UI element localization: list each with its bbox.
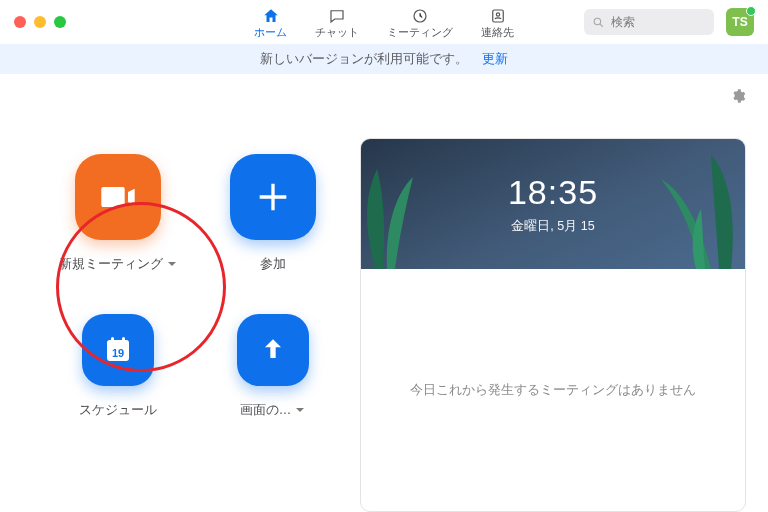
avatar-initials: TS — [732, 15, 747, 29]
schedule-button[interactable]: 19 — [82, 314, 154, 386]
minimize-window-button[interactable] — [34, 16, 46, 28]
update-message: 新しいバージョンが利用可能です。 — [260, 51, 468, 68]
fullscreen-window-button[interactable] — [54, 16, 66, 28]
new-meeting-button[interactable] — [75, 154, 161, 240]
schedule-label: スケジュール — [79, 402, 157, 419]
close-window-button[interactable] — [14, 16, 26, 28]
share-label-row[interactable]: 画面の… — [240, 402, 306, 419]
tab-chat[interactable]: チャット — [315, 0, 359, 44]
main-content: 新規ミーティング 参加 19 スケジュール — [0, 74, 768, 512]
share-label: 画面の… — [240, 402, 292, 419]
search-input[interactable]: 検索 — [584, 9, 714, 35]
search-icon — [592, 16, 605, 29]
chevron-down-icon — [295, 404, 305, 418]
clock-time: 18:35 — [508, 173, 598, 212]
svg-rect-5 — [107, 340, 129, 347]
tile-schedule: 19 スケジュール — [40, 314, 195, 454]
svg-rect-7 — [122, 337, 125, 343]
titlebar: ホーム チャット ミーティング 連絡先 検索 TS — [0, 0, 768, 44]
plant-decoration-right — [641, 149, 746, 269]
tile-join: 参加 — [195, 154, 350, 314]
chat-icon — [328, 7, 346, 25]
calendar-day-text: 19 — [111, 347, 123, 359]
plant-decoration-left — [360, 159, 435, 269]
tab-label: ミーティング — [387, 25, 453, 40]
clock-icon — [411, 7, 429, 25]
calendar-icon: 19 — [102, 334, 134, 366]
tab-contacts[interactable]: 連絡先 — [481, 0, 514, 44]
svg-point-2 — [496, 12, 499, 15]
tile-new-meeting: 新規ミーティング — [40, 154, 195, 314]
tab-home[interactable]: ホーム — [254, 0, 287, 44]
new-meeting-label-row[interactable]: 新規ミーティング — [59, 256, 177, 273]
tab-label: ホーム — [254, 25, 287, 40]
plus-icon — [253, 177, 293, 217]
nav-tabs: ホーム チャット ミーティング 連絡先 — [254, 0, 514, 44]
clock-date: 金曜日, 5月 15 — [511, 218, 594, 235]
upcoming-empty-text: 今日これから発生するミーティングはありません — [410, 382, 696, 399]
tab-label: チャット — [315, 25, 359, 40]
window-controls — [14, 16, 66, 28]
search-placeholder: 検索 — [611, 14, 635, 31]
new-meeting-label: 新規ミーティング — [59, 256, 163, 273]
action-grid: 新規ミーティング 参加 19 スケジュール — [40, 154, 350, 512]
arrow-up-icon — [257, 334, 289, 366]
svg-rect-6 — [111, 337, 114, 343]
video-icon — [98, 177, 138, 217]
settings-button[interactable] — [730, 88, 746, 108]
update-banner: 新しいバージョンが利用可能です。 更新 — [0, 44, 768, 74]
avatar[interactable]: TS — [726, 8, 754, 36]
contacts-icon — [489, 7, 507, 25]
tile-share-screen: 画面の… — [195, 314, 350, 454]
home-icon — [262, 7, 280, 25]
update-link[interactable]: 更新 — [482, 51, 508, 68]
tab-label: 連絡先 — [481, 25, 514, 40]
svg-point-3 — [594, 18, 601, 25]
clock-hero: 18:35 金曜日, 5月 15 — [361, 139, 745, 269]
share-screen-button[interactable] — [237, 314, 309, 386]
chevron-down-icon — [167, 258, 177, 272]
upcoming-card: 18:35 金曜日, 5月 15 今日これから発生するミーティングはありません — [360, 138, 746, 512]
join-button[interactable] — [230, 154, 316, 240]
join-label: 参加 — [260, 256, 286, 273]
tab-meetings[interactable]: ミーティング — [387, 0, 453, 44]
